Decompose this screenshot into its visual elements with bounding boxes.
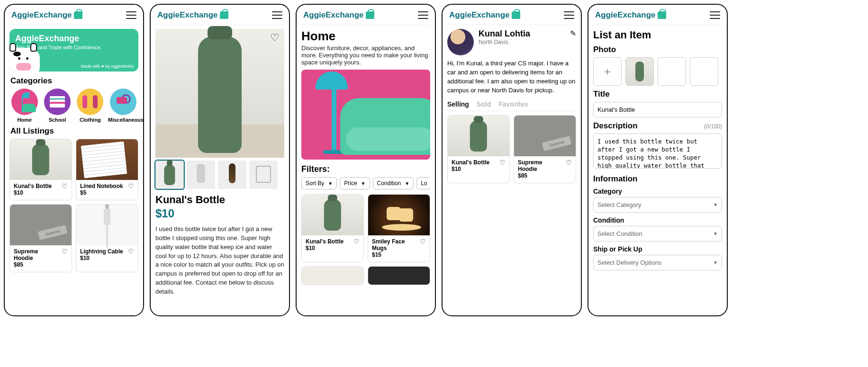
category-home[interactable]: Home: [9, 89, 39, 123]
listing-card[interactable]: Kunal's Bottle$10♡: [9, 139, 72, 200]
listing-card[interactable]: [301, 266, 364, 285]
description-input[interactable]: [593, 134, 722, 169]
condition-label: Condition: [593, 216, 722, 224]
category-label: Category: [593, 188, 722, 195]
screen-profile: AggieExchange Kunal Lohtia North Davis ✎…: [442, 4, 582, 316]
favorite-icon[interactable]: ♡: [566, 159, 572, 166]
product-title: Kunal's Bottle: [155, 194, 284, 206]
product-thumb: Supreme: [514, 116, 576, 156]
topbar: AggieExchange: [9, 8, 138, 25]
school-icon: [44, 89, 71, 115]
brand-logo[interactable]: AggieExchange: [303, 10, 374, 20]
topbar: AggieExchange: [447, 8, 576, 25]
product-thumb: [368, 195, 430, 235]
char-count: (0/100): [704, 123, 722, 130]
listing-card[interactable]: Lightning Cable$10♡: [76, 204, 138, 272]
brand-logo[interactable]: AggieExchange: [449, 10, 520, 20]
category-misc[interactable]: Miscellaneous: [108, 89, 138, 123]
brand-logo[interactable]: AggieExchange: [595, 10, 666, 20]
favorite-icon[interactable]: ♡: [128, 183, 134, 189]
category-select[interactable]: Select Category▼: [593, 197, 722, 213]
menu-icon[interactable]: [126, 11, 136, 19]
categories-heading: Categories: [10, 76, 138, 86]
profile-location: North Davis: [479, 39, 530, 45]
favorite-icon[interactable]: ♡: [420, 238, 426, 245]
favorite-icon[interactable]: ♡: [353, 238, 360, 245]
brand-logo[interactable]: AggieExchange: [11, 10, 82, 20]
profile-name: Kunal Lohtia: [479, 29, 530, 39]
page-title: List an Item: [593, 29, 722, 41]
product-description: I used this bottle twice but after I got…: [155, 225, 284, 296]
favorite-icon[interactable]: ♡: [62, 183, 68, 189]
chevron-down-icon: ▼: [328, 181, 333, 186]
screen-list-item: AggieExchange List an Item Photo ＋ Title…: [588, 4, 728, 316]
listing-card[interactable]: Smiley Face Mugs$15♡: [368, 194, 430, 262]
product-price: $10: [155, 207, 284, 220]
screen-category: AggieExchange Home Discover furniture, d…: [296, 4, 436, 316]
category-description: Discover furniture, decor, appliances, a…: [301, 45, 430, 66]
thumbnail[interactable]: [155, 161, 184, 189]
photo-slot[interactable]: [625, 57, 654, 86]
avatar[interactable]: [447, 29, 474, 55]
information-label: Information: [593, 174, 722, 184]
filters-heading: Filters:: [301, 164, 430, 174]
product-thumb: [302, 267, 363, 285]
product-thumb: [76, 139, 138, 180]
misc-icon: [110, 89, 136, 115]
listing-card[interactable]: Kunal's Bottle$10♡: [301, 194, 364, 262]
clothing-icon: [77, 89, 103, 115]
brand-logo[interactable]: AggieExchange: [157, 10, 228, 20]
listing-card[interactable]: Supreme Supreme Hoodie$85♡: [9, 204, 72, 272]
category-clothing[interactable]: Clothing: [75, 89, 105, 123]
menu-icon[interactable]: [272, 11, 282, 19]
profile-header: Kunal Lohtia North Davis ✎: [447, 29, 576, 55]
filter-price[interactable]: Price▼: [340, 177, 370, 189]
category-school[interactable]: School: [42, 89, 72, 123]
favorite-icon[interactable]: ♡: [499, 159, 506, 166]
photo-label: Photo: [593, 45, 722, 54]
description-label: Description(0/100): [593, 121, 722, 131]
title-input[interactable]: [593, 102, 722, 117]
favorite-icon[interactable]: ♡: [270, 33, 280, 43]
bag-icon: [74, 11, 82, 19]
bag-icon: [366, 11, 374, 19]
listings-grid: Kunal's Bottle$10♡ Lined Notebook$5♡ Sup…: [9, 139, 138, 272]
product-thumb: [10, 139, 72, 180]
categories-row: Home School Clothing Miscellaneous: [9, 89, 138, 123]
listing-card[interactable]: [368, 266, 430, 285]
favorite-icon[interactable]: ♡: [128, 248, 134, 255]
filter-more[interactable]: Lo: [416, 177, 430, 189]
photo-slots: ＋: [593, 57, 722, 86]
category-title: Home: [301, 29, 430, 44]
thumbnail[interactable]: [218, 161, 246, 189]
listing-card[interactable]: Lined Notebook$5♡: [76, 139, 138, 200]
chevron-down-icon: ▼: [713, 260, 718, 265]
filter-sort[interactable]: Sort By▼: [301, 177, 337, 189]
delivery-select[interactable]: Select Delivery Options▼: [593, 255, 722, 270]
topbar: AggieExchange: [301, 8, 430, 25]
menu-icon[interactable]: [564, 11, 574, 19]
tab-sold[interactable]: Sold: [477, 100, 491, 111]
photo-slot[interactable]: [690, 57, 718, 86]
tab-selling[interactable]: Selling: [447, 100, 469, 111]
couch-icon: [340, 98, 430, 155]
photo-slot[interactable]: [658, 57, 686, 86]
condition-select[interactable]: Select Condition▼: [593, 226, 722, 242]
thumbnail[interactable]: [187, 161, 215, 189]
favorite-icon[interactable]: ♡: [62, 248, 68, 255]
screen-product-detail: AggieExchange ♡ Kunal's Bottle $10 I use…: [150, 4, 290, 316]
lamp-icon: [332, 73, 336, 154]
edit-icon[interactable]: ✎: [570, 29, 576, 38]
menu-icon[interactable]: [710, 11, 720, 19]
product-thumb: [448, 116, 509, 156]
banner-title: AggieExchange: [15, 34, 133, 44]
ship-label: Ship or Pick Up: [593, 245, 722, 253]
menu-icon[interactable]: [418, 11, 428, 19]
listing-card[interactable]: Kunal's Bottle$10♡: [447, 115, 510, 183]
tab-favorites[interactable]: Favorites: [498, 100, 528, 111]
product-main-image[interactable]: ♡: [155, 29, 284, 158]
filter-condition[interactable]: Condition▼: [373, 177, 414, 189]
add-photo-button[interactable]: ＋: [593, 57, 622, 86]
thumbnail[interactable]: [249, 161, 278, 189]
listing-card[interactable]: Supreme Supreme Hoodie$85♡: [514, 115, 576, 183]
